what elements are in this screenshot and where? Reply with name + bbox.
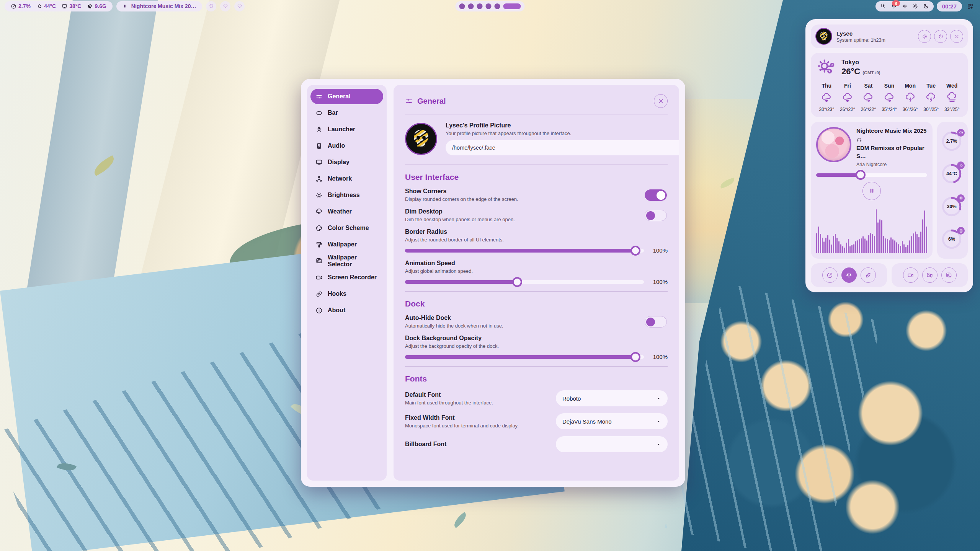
profile-avatar[interactable]	[405, 123, 437, 155]
dashboard-launcher-button[interactable]	[965, 1, 975, 11]
visualizer-bar	[924, 210, 925, 253]
visualizer-bar	[838, 241, 840, 253]
visualizer-bar	[902, 241, 903, 253]
workspace-dot[interactable]	[477, 3, 483, 9]
heart-toggle-button[interactable]	[234, 1, 245, 11]
notifications-button[interactable]: 8	[891, 3, 897, 9]
visualizer-bar	[926, 227, 927, 253]
sidebar-item-general[interactable]: General	[310, 89, 383, 104]
settings-button[interactable]	[918, 30, 931, 43]
border-radius-slider[interactable]	[405, 249, 644, 253]
sidebar-item-wallpaper[interactable]: Wallpaper	[310, 237, 383, 252]
profile-path-input[interactable]	[446, 140, 679, 155]
wallpaper-gallery-button[interactable]	[941, 267, 957, 283]
camera-off-button[interactable]	[922, 267, 938, 283]
workspace-dot[interactable]	[459, 3, 465, 9]
auto-hide-dock-toggle[interactable]	[645, 316, 667, 328]
setting-description: Main font used throughout the interface.	[405, 400, 493, 406]
weather-timezone: (GMT+9)	[862, 70, 880, 75]
settings-main-panel: General Lysec's Profile Picture Your pro…	[394, 85, 679, 481]
slider-value: 100%	[650, 279, 668, 285]
visualizer-bar	[900, 246, 901, 253]
sidebar-item-color-scheme[interactable]: Color Scheme	[310, 220, 383, 236]
moon-off-icon	[923, 3, 929, 9]
sidebar-item-network[interactable]: Network	[310, 171, 383, 186]
sidebar-item-brightness[interactable]: Brightness	[310, 187, 383, 203]
sidebar-item-label: Network	[328, 175, 352, 182]
dim-desktop-toggle[interactable]	[645, 210, 667, 221]
monitor-icon	[315, 159, 323, 166]
section-title-user-interface: User Interface	[405, 173, 668, 182]
setting-description: Automatically hide the dock when not in …	[405, 323, 668, 329]
billboard-font-select[interactable]	[556, 436, 668, 452]
notification-count-badge: 8	[892, 0, 900, 6]
visualizer-bar	[881, 220, 882, 253]
database-icon	[957, 227, 965, 235]
balanced-profile-button[interactable]	[841, 267, 857, 283]
speaker-icon	[902, 3, 908, 9]
sidebar-item-launcher[interactable]: Launcher	[310, 122, 383, 137]
default-font-select[interactable]: Roboto	[556, 390, 668, 406]
performance-profile-button[interactable]	[822, 267, 838, 283]
show-corners-toggle[interactable]	[645, 189, 667, 201]
slider-knob[interactable]	[630, 246, 640, 256]
slider-knob[interactable]	[856, 170, 866, 180]
cpu-usage-stat: 2.7%	[11, 3, 31, 9]
close-panel-button[interactable]	[950, 30, 963, 43]
sidebar-item-hooks[interactable]: Hooks	[310, 286, 383, 302]
night-light-button[interactable]	[923, 3, 929, 9]
playback-progress-slider[interactable]	[816, 173, 927, 177]
sidebar-item-label: About	[328, 307, 345, 314]
sidebar-item-display[interactable]: Display	[310, 155, 383, 170]
fixed-width-font-select[interactable]: DejaVu Sans Mono	[556, 413, 668, 429]
top-bar: 2.7% 44°C 38°C 9.6G Nightcore Music Mix …	[0, 0, 980, 12]
slider-knob[interactable]	[630, 352, 640, 362]
power-button[interactable]	[934, 30, 947, 43]
workspace-dot[interactable]	[495, 3, 500, 9]
sidebar-item-audio[interactable]: Audio	[310, 138, 383, 153]
sidebar-item-about[interactable]: About	[310, 303, 383, 318]
forecast-temps: 26°/22°	[858, 107, 879, 112]
visualizer-bar	[870, 233, 871, 253]
skull-toggle-button[interactable]	[206, 1, 216, 11]
system-stats-pill: 2.7% 44°C 38°C 9.6G	[5, 1, 113, 11]
visualizer-bar	[846, 243, 847, 253]
forecast-temps: 36°/26°	[900, 107, 921, 112]
pause-icon[interactable]	[122, 3, 128, 9]
sidebar-item-bar[interactable]: Bar	[310, 105, 383, 121]
workspace-dot[interactable]	[468, 3, 474, 9]
heart-icon	[237, 3, 242, 9]
dock-opacity-slider[interactable]	[405, 355, 644, 359]
screen-record-button[interactable]	[903, 267, 918, 283]
setting-description: Adjust the background opacity of the doc…	[405, 343, 668, 349]
setting-label: Dock Background Opacity	[405, 335, 668, 342]
flame-icon	[36, 3, 42, 9]
pause-icon	[868, 187, 876, 195]
close-button[interactable]	[654, 94, 668, 108]
workspace-indicator[interactable]	[456, 1, 525, 11]
slider-knob[interactable]	[512, 277, 522, 287]
now-playing-pill[interactable]: Nightcore Music Mix 20…	[116, 1, 203, 11]
camcorder-icon	[907, 272, 914, 279]
brightness-button[interactable]	[912, 3, 918, 9]
animation-speed-slider[interactable]	[405, 280, 644, 284]
sidebar-item-label: Display	[328, 159, 350, 166]
volume-button[interactable]	[902, 3, 908, 9]
sidebar-item-label: Brightness	[328, 192, 360, 199]
sidebar-item-weather[interactable]: Weather	[310, 204, 383, 219]
slider-fill	[405, 280, 517, 284]
tray-app-icon[interactable]	[880, 3, 886, 9]
clock[interactable]: 00:27	[937, 1, 962, 11]
sidebar-item-screen-recorder[interactable]: Screen Recorder	[310, 270, 383, 285]
powersave-profile-button[interactable]	[861, 267, 876, 283]
visualizer-bar	[913, 233, 914, 253]
workspace-active-pill[interactable]	[503, 3, 521, 9]
workspace-dot[interactable]	[486, 3, 492, 9]
divider	[405, 114, 668, 114]
sidebar-item-wallpaper-selector[interactable]: Wallpaper Selector	[310, 253, 383, 269]
heart-toggle-button[interactable]	[220, 1, 230, 11]
play-pause-button[interactable]	[862, 182, 881, 200]
sidebar-item-label: Bar	[328, 109, 338, 116]
visualizer-bar	[835, 234, 836, 253]
visualizer-bar	[911, 236, 912, 253]
